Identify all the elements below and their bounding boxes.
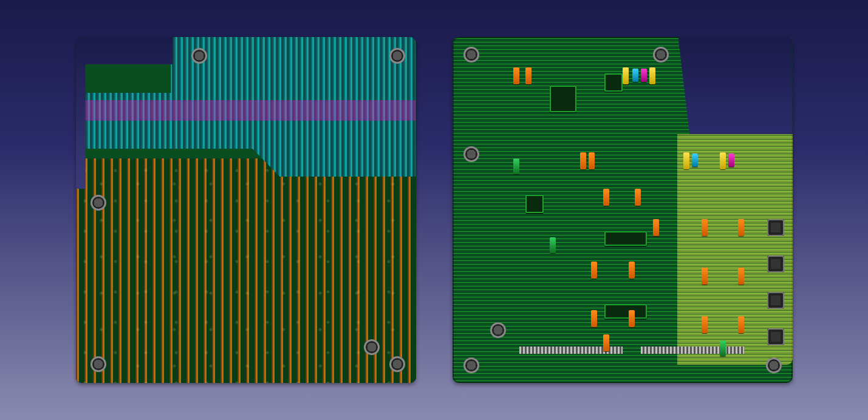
smd-resistor (720, 340, 726, 356)
smd-resistor (702, 316, 708, 333)
smd-resistor (513, 158, 519, 174)
smd-resistor (649, 67, 655, 84)
mounting-hole-icon (91, 195, 106, 211)
ic-chip (604, 231, 647, 246)
smd-resistor (692, 154, 698, 167)
ic-chip (550, 86, 576, 112)
pcb-board-left[interactable] (76, 37, 416, 383)
mounting-hole-icon (463, 146, 479, 162)
pcb-board-right[interactable] (453, 37, 793, 383)
smd-resistor (591, 262, 597, 279)
mounting-hole-icon (91, 356, 106, 372)
smd-resistor (683, 152, 689, 169)
tactile-switch (767, 328, 784, 345)
smd-resistor (738, 219, 744, 236)
right-board-outline-notch (678, 37, 793, 134)
smd-resistor (589, 152, 595, 169)
smd-resistor (738, 268, 744, 285)
smd-resistor (629, 262, 635, 279)
smd-resistor (653, 219, 659, 236)
mounting-hole-icon (766, 357, 782, 373)
ic-chip (525, 195, 544, 213)
smd-resistor (550, 237, 556, 253)
smd-resistor (629, 310, 635, 327)
mounting-hole-icon (191, 48, 207, 64)
smd-resistor (525, 67, 531, 84)
smd-resistor (632, 69, 638, 82)
mounting-hole-icon (463, 47, 479, 63)
connector (641, 347, 744, 354)
smd-resistor (623, 67, 629, 84)
mounting-hole-icon (389, 356, 405, 372)
ic-chip (604, 73, 623, 92)
tactile-switch (767, 219, 784, 236)
smd-resistor (738, 316, 744, 333)
smd-resistor (591, 310, 597, 327)
tactile-switch (767, 292, 784, 309)
smd-resistor (580, 152, 586, 169)
smd-resistor (720, 152, 726, 169)
smd-resistor (603, 189, 609, 206)
mounting-hole-icon (389, 48, 405, 64)
smd-resistor (702, 268, 708, 285)
mounting-hole-icon (364, 339, 380, 355)
smd-resistor (513, 67, 519, 84)
smd-resistor (728, 154, 734, 167)
mounting-hole-icon (653, 47, 669, 63)
mounting-hole-icon (490, 322, 506, 338)
smd-resistor (635, 189, 641, 206)
smd-resistor (603, 334, 609, 351)
smd-resistor (702, 219, 708, 236)
smd-resistor (641, 69, 647, 82)
mounting-hole-icon (463, 357, 479, 373)
tactile-switch (767, 256, 784, 273)
ic-chip (604, 304, 647, 319)
pcb-3d-viewport[interactable] (0, 0, 868, 420)
